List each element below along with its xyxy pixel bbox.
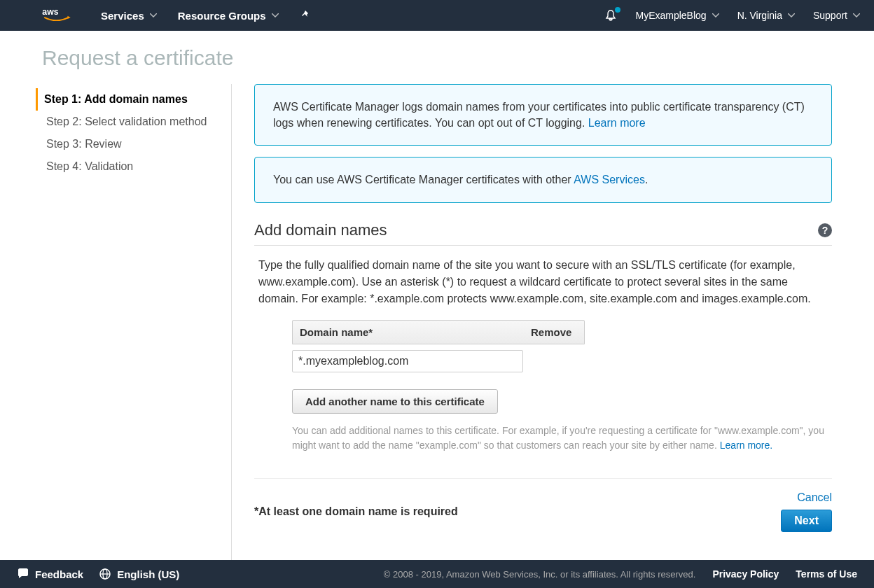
privacy-policy-link[interactable]: Privacy Policy [712,568,779,580]
info-ct-logging: AWS Certificate Manager logs domain name… [254,84,832,146]
footer-left: Feedback English (US) [17,568,179,580]
col-remove: Remove [524,321,584,344]
notification-dot [615,7,620,13]
add-another-name-button[interactable]: Add another name to this certificate [292,389,498,414]
svg-text:aws: aws [42,7,58,17]
required-note: *At least one domain name is required [254,505,458,518]
nav-support[interactable]: Support [813,10,860,21]
steps-sidebar: Step 1: Add domain names Step 2: Select … [42,84,231,560]
nav-account-label: MyExampleBlog [635,10,706,21]
caret-down-icon [788,13,795,18]
next-button[interactable]: Next [781,510,832,532]
section-description: Type the fully qualified domain name of … [254,246,832,316]
chat-icon [17,568,29,580]
caret-down-icon [853,13,860,18]
aws-services-link[interactable]: AWS Services [574,174,645,186]
feedback-link[interactable]: Feedback [17,568,83,580]
info-aws-services: You can use AWS Certificate Manager cert… [254,157,832,202]
nav-region-label: N. Virginia [737,10,782,21]
nav-services-label: Services [101,10,144,22]
language-selector[interactable]: English (US) [99,568,179,580]
feedback-label: Feedback [35,568,83,580]
caret-down-icon [272,13,279,18]
aws-logo[interactable]: aws [42,6,73,24]
domain-table: Domain name* Remove [292,320,585,372]
step-4[interactable]: Step 4: Validation [42,155,231,178]
terms-of-use-link[interactable]: Terms of Use [796,568,857,580]
step-1[interactable]: Step 1: Add domain names [36,88,231,111]
separator [254,478,832,479]
notifications-icon[interactable] [604,9,617,22]
domain-name-input[interactable] [292,350,523,372]
footer-right: © 2008 - 2019, Amazon Web Services, Inc.… [384,568,857,580]
pin-icon[interactable] [300,9,312,22]
globe-icon [99,568,111,580]
section-title: Add domain names [254,221,387,239]
learn-more-link[interactable]: Learn more. [720,440,772,451]
cancel-link[interactable]: Cancel [797,491,832,504]
nav-account[interactable]: MyExampleBlog [635,10,719,21]
bottom-row: *At least one domain name is required Ca… [254,491,832,532]
caret-down-icon [712,13,719,18]
domain-table-header: Domain name* Remove [292,320,585,344]
page-title: Request a certificate [42,46,832,70]
language-label: English (US) [117,568,179,580]
nav-support-label: Support [813,10,847,21]
nav-resource-groups[interactable]: Resource Groups [178,10,279,22]
help-icon[interactable]: ? [818,223,832,237]
domain-row [292,344,585,372]
main-content: AWS Certificate Manager logs domain name… [231,84,832,560]
nav-right: MyExampleBlog N. Virginia Support [604,9,860,22]
nav-services[interactable]: Services [101,10,157,22]
caret-down-icon [150,13,157,18]
learn-more-link[interactable]: Learn more [588,117,646,129]
step-3[interactable]: Step 3: Review [42,133,231,155]
section-header: Add domain names ? [254,214,832,246]
page-body: Request a certificate Step 1: Add domain… [0,31,874,560]
nav-left: Services Resource Groups [101,9,312,22]
actions: Cancel Next [781,491,832,532]
info-ct-text: AWS Certificate Manager logs domain name… [273,101,805,129]
step-2[interactable]: Step 2: Select validation method [42,111,231,133]
copyright: © 2008 - 2019, Amazon Web Services, Inc.… [384,569,696,580]
nav-resource-groups-label: Resource Groups [178,10,266,22]
info-services-text: You can use AWS Certificate Manager cert… [273,174,574,186]
col-domain-name: Domain name* [293,321,524,344]
nav-region[interactable]: N. Virginia [737,10,795,21]
footer: Feedback English (US) © 2008 - 2019, Ama… [0,560,874,588]
additional-names-hint: You can add additional names to this cer… [292,424,832,453]
top-nav: aws Services Resource Groups [0,0,874,31]
info-services-suffix: . [645,174,648,186]
